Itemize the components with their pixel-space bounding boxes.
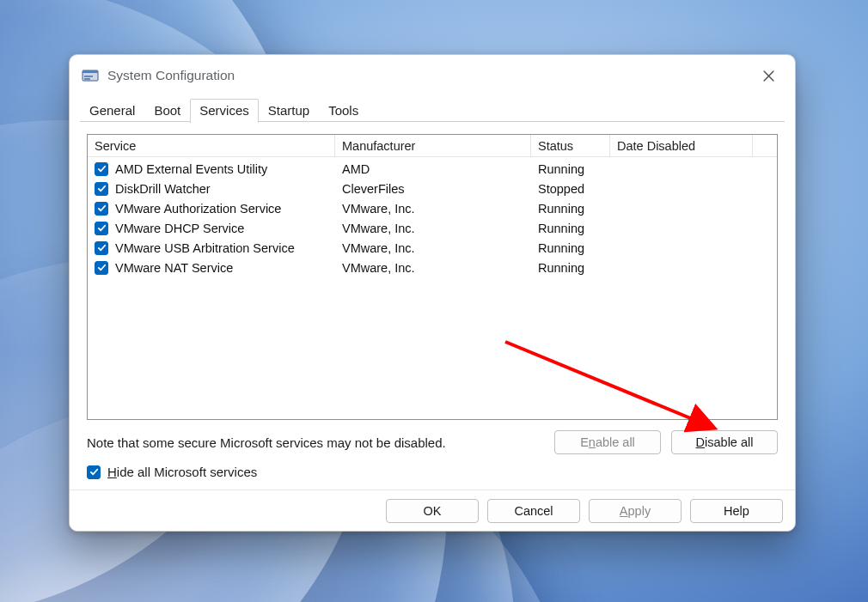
service-checkbox[interactable] <box>95 182 108 196</box>
date-disabled-cell <box>610 258 777 277</box>
manufacturer-cell: CleverFiles <box>335 179 531 198</box>
tabstrip: General Boot Services Startup Tools <box>70 97 795 122</box>
status-cell: Running <box>531 198 610 218</box>
under-list-row: Note that some secure Microsoft services… <box>87 430 778 454</box>
service-checkbox[interactable] <box>95 162 108 176</box>
tab-startup[interactable]: Startup <box>259 99 319 122</box>
close-icon <box>763 70 774 82</box>
date-disabled-cell <box>610 179 777 198</box>
service-checkbox[interactable] <box>95 241 108 255</box>
table-row[interactable]: VMware Authorization ServiceVMware, Inc.… <box>88 198 777 218</box>
column-header-manufacturer[interactable]: Manufacturer <box>335 135 531 156</box>
tab-boot[interactable]: Boot <box>144 99 190 122</box>
check-icon <box>97 204 107 213</box>
hide-ms-services-row: Hide all Microsoft services <box>87 465 778 479</box>
titlebar[interactable]: System Configuration <box>70 55 795 97</box>
check-icon <box>97 184 107 193</box>
date-disabled-cell <box>610 238 777 258</box>
service-name: VMware Authorization Service <box>115 202 281 216</box>
service-cell: AMD External Events Utility <box>88 159 335 179</box>
service-name: VMware NAT Service <box>115 261 233 275</box>
service-name: VMware DHCP Service <box>115 222 244 235</box>
check-icon <box>97 164 107 173</box>
service-checkbox[interactable] <box>95 261 108 275</box>
svg-rect-1 <box>83 70 98 73</box>
manufacturer-cell: AMD <box>335 159 531 179</box>
svg-rect-2 <box>84 76 93 77</box>
hide-ms-services-label[interactable]: Hide all Microsoft services <box>107 465 257 479</box>
svg-rect-3 <box>84 78 90 80</box>
service-name: VMware USB Arbitration Service <box>115 241 295 255</box>
manufacturer-cell: VMware, Inc. <box>335 258 531 277</box>
check-icon <box>97 243 107 252</box>
status-cell: Running <box>531 218 610 238</box>
manufacturer-cell: VMware, Inc. <box>335 238 531 258</box>
dialog-footer: OK Cancel Apply Help <box>70 490 795 531</box>
check-icon <box>97 263 107 272</box>
window-title: System Configuration <box>107 68 235 83</box>
column-header-status[interactable]: Status <box>531 135 610 156</box>
msconfig-icon <box>82 67 99 84</box>
table-row[interactable]: VMware NAT ServiceVMware, Inc.Running <box>88 258 777 277</box>
status-cell: Running <box>531 258 610 277</box>
date-disabled-cell <box>610 218 777 238</box>
services-list-body: AMD External Events UtilityAMDRunningDis… <box>88 157 777 419</box>
table-row[interactable]: VMware DHCP ServiceVMware, Inc.Running <box>88 218 777 238</box>
tab-services[interactable]: Services <box>190 99 259 123</box>
service-cell: VMware USB Arbitration Service <box>88 238 335 258</box>
services-list-header: Service Manufacturer Status Date Disable… <box>88 135 777 157</box>
manufacturer-cell: VMware, Inc. <box>335 218 531 238</box>
column-header-date-disabled[interactable]: Date Disabled <box>610 135 753 156</box>
cancel-button[interactable]: Cancel <box>487 499 580 523</box>
column-header-tail[interactable] <box>753 135 777 156</box>
system-configuration-window: System Configuration General Boot Servic… <box>69 54 796 532</box>
apply-button[interactable]: Apply <box>589 499 682 523</box>
services-tab-content: Service Manufacturer Status Date Disable… <box>70 122 795 490</box>
close-button[interactable] <box>749 62 788 89</box>
status-cell: Running <box>531 238 610 258</box>
date-disabled-cell <box>610 198 777 218</box>
check-icon <box>89 467 99 477</box>
hide-ms-services-checkbox[interactable] <box>87 465 101 479</box>
check-icon <box>97 223 107 233</box>
status-cell: Running <box>531 159 610 179</box>
help-button[interactable]: Help <box>690 499 783 523</box>
service-cell: VMware DHCP Service <box>88 218 335 238</box>
service-checkbox[interactable] <box>95 222 108 235</box>
tab-tools[interactable]: Tools <box>319 99 368 122</box>
service-name: AMD External Events Utility <box>115 162 267 176</box>
tab-general[interactable]: General <box>80 99 144 122</box>
enable-all-button[interactable]: Enable all <box>554 430 661 454</box>
services-list[interactable]: Service Manufacturer Status Date Disable… <box>87 134 778 420</box>
disable-all-button[interactable]: Disable all <box>671 430 778 454</box>
ok-button[interactable]: OK <box>386 499 479 523</box>
service-name: DiskDrill Watcher <box>115 182 211 196</box>
service-cell: VMware Authorization Service <box>88 198 335 218</box>
table-row[interactable]: DiskDrill WatcherCleverFilesStopped <box>88 179 777 198</box>
service-cell: DiskDrill Watcher <box>88 179 335 198</box>
table-row[interactable]: AMD External Events UtilityAMDRunning <box>88 159 777 179</box>
service-checkbox[interactable] <box>95 202 108 216</box>
status-cell: Stopped <box>531 179 610 198</box>
table-row[interactable]: VMware USB Arbitration ServiceVMware, In… <box>88 238 777 258</box>
column-header-service[interactable]: Service <box>88 135 335 156</box>
secure-services-note: Note that some secure Microsoft services… <box>87 435 544 450</box>
date-disabled-cell <box>610 159 777 179</box>
manufacturer-cell: VMware, Inc. <box>335 198 531 218</box>
service-cell: VMware NAT Service <box>88 258 335 277</box>
